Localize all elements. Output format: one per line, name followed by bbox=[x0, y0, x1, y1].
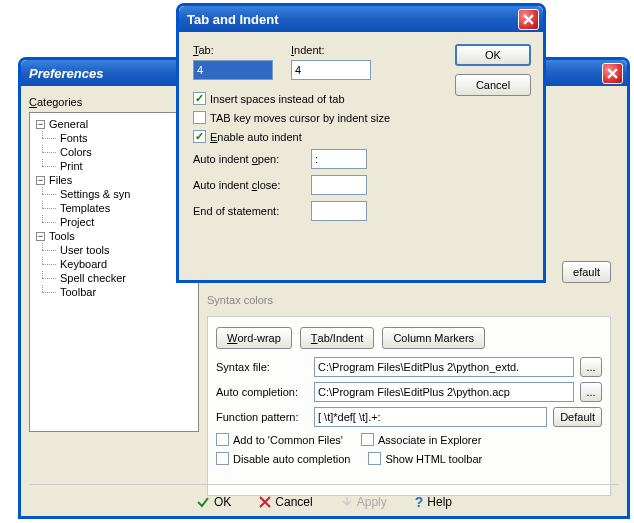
tree-templates[interactable]: Templates bbox=[32, 201, 196, 215]
collapse-icon[interactable]: − bbox=[36, 232, 45, 241]
help-icon: ? bbox=[415, 494, 424, 510]
collapse-icon[interactable]: − bbox=[36, 176, 45, 185]
settings-group: WWord-wrapord-wrap TTab/Indentab/Indent … bbox=[207, 316, 611, 496]
column-markers-button[interactable]: Column Markers bbox=[382, 327, 485, 349]
modal-titlebar: Tab and Indent bbox=[179, 6, 543, 32]
tree-fonts[interactable]: Fonts bbox=[32, 131, 196, 145]
auto-indent-close-input[interactable] bbox=[311, 175, 367, 195]
x-icon bbox=[259, 496, 271, 508]
associate-explorer-checkbox[interactable]: Associate in Explorer bbox=[361, 433, 481, 446]
word-wrap-button[interactable]: WWord-wrapord-wrap bbox=[216, 327, 292, 349]
modal-ok-button[interactable]: OK bbox=[455, 44, 531, 66]
indent-input[interactable] bbox=[291, 60, 371, 80]
close-icon bbox=[523, 14, 534, 25]
tree-keyboard[interactable]: Keyboard bbox=[32, 257, 196, 271]
syntax-colors-tab[interactable]: Syntax colors bbox=[207, 294, 273, 306]
auto-indent-open-input[interactable] bbox=[311, 149, 367, 169]
auto-indent-close-label: Auto indent close: bbox=[193, 179, 303, 191]
tree-toolbar[interactable]: Toolbar bbox=[32, 285, 196, 299]
tree-project[interactable]: Project bbox=[32, 215, 196, 229]
function-pattern-label: Function pattern: bbox=[216, 411, 308, 423]
show-html-toolbar-checkbox[interactable]: Show HTML toolbar bbox=[368, 452, 482, 465]
auto-indent-open-label: Auto indent open: bbox=[193, 153, 303, 165]
tree-settings-syntax[interactable]: Settings & syn bbox=[32, 187, 196, 201]
default-button-partial[interactable]: efault bbox=[562, 261, 611, 283]
tree-colors[interactable]: Colors bbox=[32, 145, 196, 159]
syntax-file-input[interactable] bbox=[314, 357, 574, 377]
prefs-cancel-button[interactable]: Cancel bbox=[259, 495, 312, 509]
autocompletion-label: Auto completion: bbox=[216, 386, 308, 398]
tab-input[interactable] bbox=[193, 60, 273, 80]
tree-spell-checker[interactable]: Spell checker bbox=[32, 271, 196, 285]
tree-print[interactable]: Print bbox=[32, 159, 196, 173]
syntax-file-label: Syntax file: bbox=[216, 361, 308, 373]
modal-title: Tab and Indent bbox=[187, 12, 518, 27]
modal-body: Tab:Tab: Indent:Indent: OK Cancel Insert… bbox=[179, 32, 543, 280]
modal-cancel-button[interactable]: Cancel bbox=[455, 74, 531, 96]
categories-tree[interactable]: − General Fonts Colors Print − Files Set… bbox=[29, 112, 199, 432]
checkbox-icon bbox=[216, 433, 229, 446]
check-icon bbox=[196, 495, 210, 509]
checkbox-icon bbox=[216, 452, 229, 465]
checkbox-icon bbox=[193, 92, 206, 105]
indent-label: Indent: bbox=[291, 44, 371, 56]
autocompletion-input[interactable] bbox=[314, 382, 574, 402]
dialog-button-bar: OK Cancel Apply ? Help bbox=[29, 484, 619, 514]
tab-key-moves-checkbox[interactable]: TAB key moves cursor by indent size bbox=[193, 111, 529, 124]
prefs-apply-button: Apply bbox=[341, 495, 387, 509]
checkbox-icon bbox=[193, 111, 206, 124]
modal-close-button[interactable] bbox=[518, 9, 539, 30]
add-common-checkbox[interactable]: Add to 'Common Files' bbox=[216, 433, 343, 446]
function-pattern-input[interactable] bbox=[314, 407, 547, 427]
enable-auto-indent-checkbox[interactable]: Enable auto indentEnable auto indent bbox=[193, 130, 529, 143]
checkbox-icon bbox=[193, 130, 206, 143]
syntax-file-browse[interactable]: ... bbox=[580, 357, 602, 377]
close-icon bbox=[607, 68, 618, 79]
categories-label: CCategoriesategories bbox=[29, 96, 199, 108]
tab-label: Tab: bbox=[193, 44, 273, 56]
disable-autocomplete-checkbox[interactable]: Disable auto completion bbox=[216, 452, 350, 465]
tab-indent-button[interactable]: TTab/Indentab/Indent bbox=[300, 327, 375, 349]
tree-user-tools[interactable]: User tools bbox=[32, 243, 196, 257]
checkbox-icon bbox=[361, 433, 374, 446]
tab-indent-dialog: Tab and Indent Tab:Tab: Indent:Indent: O… bbox=[176, 3, 546, 283]
tree-files[interactable]: − Files bbox=[32, 173, 196, 187]
prefs-close-button[interactable] bbox=[602, 63, 623, 84]
tree-tools[interactable]: − Tools bbox=[32, 229, 196, 243]
end-of-statement-input[interactable] bbox=[311, 201, 367, 221]
end-of-statement-label: End of statement: bbox=[193, 205, 303, 217]
tree-general[interactable]: − General bbox=[32, 117, 196, 131]
prefs-help-button[interactable]: ? Help bbox=[415, 494, 452, 510]
checkbox-icon bbox=[368, 452, 381, 465]
collapse-icon[interactable]: − bbox=[36, 120, 45, 129]
categories-pane: CCategoriesategories − General Fonts Col… bbox=[29, 96, 199, 508]
apply-icon bbox=[341, 496, 353, 508]
autocompletion-browse[interactable]: ... bbox=[580, 382, 602, 402]
prefs-ok-button[interactable]: OK bbox=[196, 495, 231, 509]
function-pattern-default[interactable]: Default bbox=[553, 407, 602, 427]
